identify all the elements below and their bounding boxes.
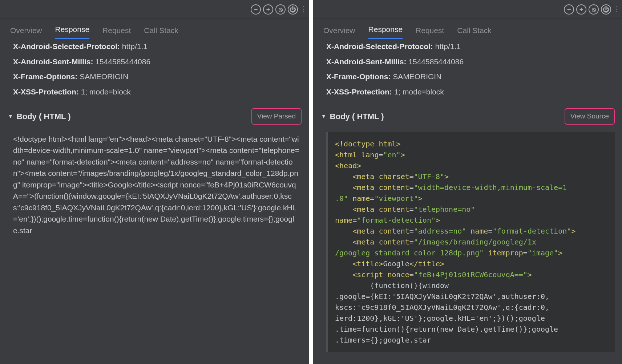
tab-callstack[interactable]: Call Stack: [144, 26, 178, 39]
code-tag: head: [339, 161, 357, 170]
header-name: X-Android-Sent-Millis: [13, 57, 91, 66]
devtools-panel-left: − + ⦸ ⏻ Overview Response Request Call S…: [0, 0, 309, 364]
code-tag: meta: [357, 172, 374, 181]
response-body-parsed: <!doctype html> <html lang="en"> <head> …: [326, 132, 615, 352]
code-attr-value: "en": [383, 150, 400, 159]
code-tag: script: [357, 270, 383, 279]
code-attr-value: "width=device-width,minimum-scale=1: [414, 183, 567, 192]
code-tag: meta: [357, 238, 374, 246]
code-text: .time=function(){return(new Date).getTim…: [335, 325, 558, 333]
code-attr: nonce: [388, 270, 409, 279]
power-icon[interactable]: ⏻: [601, 4, 611, 15]
code-attr: lang: [361, 150, 379, 159]
code-attr: content: [379, 205, 409, 214]
code-attr: content: [379, 227, 409, 235]
drag-handle-icon[interactable]: [615, 6, 618, 12]
header-row: X-Android-Sent-Millis: 1544585444086: [326, 56, 615, 68]
header-value: SAMEORIGIN: [393, 72, 441, 81]
response-body-raw: <!doctype html><html lang="en"><head><me…: [13, 133, 302, 236]
header-name: X-Android-Sent-Millis: [326, 57, 404, 66]
minus-icon[interactable]: −: [564, 4, 574, 15]
header-name: X-Android-Selected-Protocol: [13, 42, 117, 50]
tab-overview[interactable]: Overview: [323, 26, 355, 39]
code-attr-value: "feB+4Pj01s0iRCW6couvqA==": [414, 270, 528, 279]
tab-bar: Overview Response Request Call Stack: [0, 19, 309, 39]
header-value: 1; mode=block: [394, 88, 444, 96]
header-value: http/1.1: [435, 42, 461, 50]
code-tag: html: [339, 150, 357, 159]
code-attr-value: "viewport": [374, 194, 418, 203]
code-attr-value: "address=no": [414, 227, 467, 235]
panel-toolbar: − + ⦸ ⏻: [0, 0, 309, 19]
minus-icon[interactable]: −: [251, 4, 261, 15]
header-name: X-XSS-Protection: [326, 88, 389, 96]
header-row: X-Android-Selected-Protocol: http/1.1: [13, 41, 302, 52]
disclosure-triangle-icon[interactable]: ▼: [321, 113, 326, 120]
plus-icon[interactable]: +: [263, 4, 273, 15]
header-name: X-Android-Selected-Protocol: [326, 42, 431, 50]
tab-bar: Overview Response Request Call Stack: [313, 19, 622, 39]
code-tag: title: [418, 259, 440, 268]
body-section-header: ▼ Body ( HTML ) View Parsed: [8, 108, 302, 125]
code-attr: itemprop: [488, 248, 523, 257]
code-attr: content: [379, 238, 409, 246]
header-row: X-Frame-Options: SAMEORIGIN: [13, 71, 302, 82]
tab-response[interactable]: Response: [368, 25, 403, 39]
tab-callstack[interactable]: Call Stack: [457, 26, 492, 39]
code-attr-value: "image": [528, 248, 558, 257]
header-row: X-Android-Selected-Protocol: http/1.1: [326, 41, 615, 52]
code-attr: name: [470, 227, 488, 235]
code-tag: meta: [357, 205, 374, 214]
code-doctype: <!doctype html>: [335, 139, 401, 148]
code-attr-value: "UTF-8": [414, 172, 444, 181]
header-value: 1; mode=block: [81, 88, 131, 96]
prohibit-icon[interactable]: ⦸: [589, 4, 599, 15]
code-text: .google={kEI:'5IAQXJyVNaiL0gK2t72QAw',au…: [335, 292, 549, 301]
body-section-header: ▼ Body ( HTML ) View Source: [321, 108, 615, 125]
code-text: (function(){window: [335, 281, 449, 290]
body-section-label: Body ( HTML ): [17, 110, 71, 122]
code-tag: meta: [357, 227, 374, 235]
code-attr-value: "format-detection": [493, 227, 571, 235]
devtools-panel-right: − + ⦸ ⏻ Overview Response Request Call S…: [313, 0, 622, 364]
header-name: X-XSS-Protection: [13, 88, 76, 96]
panel-toolbar: − + ⦸ ⏻: [313, 0, 622, 19]
drag-handle-icon[interactable]: [302, 6, 305, 12]
header-row: X-Android-Sent-Millis: 1544585444086: [13, 56, 302, 68]
code-attr-value: "telephone=no": [414, 205, 475, 214]
code-attr: content: [379, 183, 409, 192]
code-text: kscs:'c9c918f0_5IAQXJyVNaiL0gK2t72QAw',q…: [335, 303, 549, 312]
header-value: http/1.1: [122, 42, 148, 50]
tab-request[interactable]: Request: [102, 26, 131, 39]
header-name: X-Frame-Options: [326, 72, 388, 81]
code-attr: name: [335, 216, 352, 225]
header-row: X-XSS-Protection: 1; mode=block: [13, 86, 302, 98]
code-attr-value: /googleg_standard_color_128dp.png": [335, 248, 484, 257]
header-row: X-Frame-Options: SAMEORIGIN: [326, 71, 615, 82]
plus-icon[interactable]: +: [576, 4, 586, 15]
view-parsed-button[interactable]: View Parsed: [251, 108, 302, 125]
code-tag: meta: [357, 183, 374, 192]
code-tag: title: [357, 259, 379, 268]
response-content: X-Android-Selected-Protocol: http/1.1 X-…: [0, 39, 309, 364]
panel-divider: [309, 0, 313, 364]
code-attr-value: .0": [335, 194, 348, 203]
code-text: Google: [383, 259, 409, 268]
tab-overview[interactable]: Overview: [10, 26, 42, 39]
header-name: X-Frame-Options: [13, 72, 75, 81]
code-attr: charset: [379, 172, 409, 181]
code-attr-value: "/images/branding/googleg/1x: [414, 238, 536, 246]
prohibit-icon[interactable]: ⦸: [275, 4, 286, 15]
code-text: .timers={};google.star: [335, 336, 431, 344]
tab-request[interactable]: Request: [416, 26, 444, 39]
header-value: 1544585444086: [95, 57, 150, 66]
header-value: SAMEORIGIN: [80, 72, 128, 81]
power-icon[interactable]: ⏻: [288, 4, 298, 15]
code-text: ierd:1200},kGL:'US'};google.kHL='en';})(…: [335, 314, 545, 323]
view-source-button[interactable]: View Source: [565, 108, 615, 125]
tab-response[interactable]: Response: [55, 25, 90, 39]
header-row: X-XSS-Protection: 1; mode=block: [326, 86, 615, 98]
response-content: X-Android-Selected-Protocol: http/1.1 X-…: [313, 39, 622, 364]
code-attr-value: "format-detection": [357, 216, 436, 225]
disclosure-triangle-icon[interactable]: ▼: [8, 113, 13, 120]
